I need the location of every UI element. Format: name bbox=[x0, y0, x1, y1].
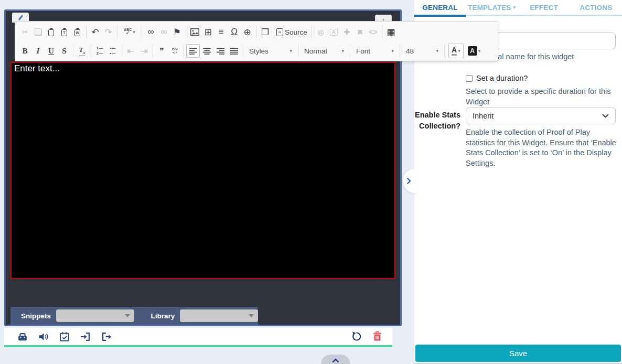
chevron-down-icon bbox=[125, 314, 130, 318]
indent-icon[interactable]: ⇥ bbox=[137, 44, 151, 58]
outdent-icon[interactable]: ⇤ bbox=[124, 44, 137, 58]
collapse-up-handle[interactable] bbox=[321, 355, 350, 364]
horizontal-rule-icon[interactable]: ≡ bbox=[215, 25, 228, 39]
qr-code-icon[interactable]: ▦ bbox=[384, 25, 398, 39]
toolbar-separator bbox=[86, 26, 87, 38]
font-dropdown[interactable]: Font ▾ bbox=[352, 44, 398, 58]
numbered-list-icon[interactable]: 1—2— bbox=[93, 44, 106, 58]
text-canvas[interactable]: Enter text... bbox=[10, 62, 395, 279]
paste-as-text-icon[interactable]: T bbox=[58, 25, 71, 39]
stats-selected-value: Inherit bbox=[473, 112, 494, 120]
italic-icon[interactable]: I bbox=[31, 44, 45, 58]
align-justify-button[interactable] bbox=[227, 44, 241, 58]
align-center-button[interactable] bbox=[200, 44, 213, 58]
chevron-down-icon: ▾ bbox=[133, 29, 135, 35]
toolbar-separator bbox=[122, 45, 122, 57]
find-icon[interactable]: ◎ bbox=[314, 25, 327, 39]
font-size-dropdown[interactable]: 48 ▾ bbox=[402, 44, 442, 58]
iframe-globe-icon[interactable]: ⊕ bbox=[241, 25, 254, 39]
set-duration-label: Set a duration? bbox=[476, 74, 528, 82]
undo-icon[interactable]: ↶ bbox=[89, 25, 102, 39]
stats-collection-label: Enable Stats Collection? bbox=[414, 110, 460, 132]
link-icon[interactable]: ∞ bbox=[144, 25, 157, 39]
align-left-button[interactable] bbox=[186, 44, 200, 58]
text-color-icon: A bbox=[452, 46, 457, 56]
chevron-right-icon bbox=[406, 177, 411, 185]
bold-icon[interactable]: B bbox=[18, 44, 31, 58]
transition-in-button[interactable] bbox=[80, 331, 91, 342]
chevron-up-icon bbox=[332, 358, 339, 363]
set-duration-checkbox[interactable] bbox=[466, 75, 473, 82]
select-all-icon[interactable]: A bbox=[327, 25, 340, 39]
tab-general[interactable]: GENERAL bbox=[414, 0, 466, 15]
underline-icon[interactable]: U bbox=[45, 44, 58, 58]
audio-button[interactable] bbox=[38, 331, 49, 342]
toolbar-separator bbox=[91, 45, 91, 57]
calendar-check-icon bbox=[59, 331, 70, 342]
toolbox-button[interactable] bbox=[17, 331, 28, 342]
div-container-icon[interactable]: DIV </> bbox=[168, 44, 181, 58]
blockquote-icon[interactable]: ❞ bbox=[155, 44, 168, 58]
transition-out-button[interactable] bbox=[101, 331, 112, 342]
library-select[interactable] bbox=[180, 309, 258, 322]
spellcheck-dropdown[interactable]: ABC ✓ ▾ bbox=[120, 25, 140, 39]
save-button[interactable]: Save bbox=[415, 345, 621, 362]
toolbar-separator bbox=[243, 45, 243, 57]
redo-icon[interactable]: ↷ bbox=[102, 25, 115, 39]
toolbar-separator bbox=[444, 45, 445, 57]
paragraph-format-dropdown[interactable]: Normal ▾ bbox=[301, 44, 348, 58]
toolbox-icon bbox=[17, 331, 28, 342]
toolbar-row-1: ✂ ❏ T W ↶ ↷ ABC ✓ ▾ ∞ ∞ ⚑ ⊞ ≡ Ω bbox=[18, 23, 495, 41]
snippets-select[interactable] bbox=[56, 309, 134, 322]
toolbar-separator bbox=[186, 26, 186, 38]
text-color-button[interactable]: A ▾ bbox=[448, 44, 464, 58]
toolbar-separator bbox=[73, 45, 73, 57]
toolbar-separator bbox=[184, 45, 184, 57]
paste-icon[interactable] bbox=[45, 25, 58, 39]
remove-format-icon[interactable]: Tx bbox=[76, 44, 89, 58]
tab-effect[interactable]: EFFECT bbox=[518, 0, 570, 15]
background-color-button[interactable]: A ▾ bbox=[466, 44, 482, 58]
styles-dropdown[interactable]: Styles ▾ bbox=[245, 44, 296, 58]
template-icon[interactable]: ❒ bbox=[259, 25, 272, 39]
background-color-icon: A bbox=[468, 46, 477, 56]
strikethrough-icon[interactable]: S bbox=[58, 44, 71, 58]
snippets-label: Snippets bbox=[21, 312, 51, 320]
source-button[interactable]: ‹› Source bbox=[276, 25, 309, 39]
reject-suggestion-icon[interactable]: ✖ bbox=[353, 25, 367, 39]
image-icon[interactable] bbox=[188, 25, 201, 39]
paste-from-word-icon[interactable]: W bbox=[71, 25, 84, 39]
cut-icon[interactable]: ✂ bbox=[18, 25, 31, 39]
ckeditor-toolbar: ✂ ❏ T W ↶ ↷ ABC ✓ ▾ ∞ ∞ ⚑ ⊞ ≡ Ω bbox=[15, 21, 498, 61]
stats-help-text: Enable the collection of Proof of Play s… bbox=[466, 127, 617, 168]
align-left-icon bbox=[189, 48, 197, 55]
chevron-down-icon: ▾ bbox=[289, 48, 292, 53]
stats-collection-select[interactable]: Inherit bbox=[466, 108, 616, 124]
sign-out-icon bbox=[101, 331, 112, 342]
expiry-button[interactable] bbox=[59, 331, 70, 342]
toolbar-separator bbox=[142, 26, 142, 38]
inline-code-icon[interactable]: <> bbox=[367, 25, 380, 39]
revert-button[interactable] bbox=[350, 331, 362, 342]
toolbar-separator bbox=[350, 45, 350, 57]
pencil-icon bbox=[18, 15, 23, 20]
volume-icon bbox=[38, 331, 49, 342]
accept-suggestion-icon[interactable]: ✚ bbox=[340, 25, 353, 39]
anchor-flag-icon[interactable]: ⚑ bbox=[170, 25, 184, 39]
special-character-icon[interactable]: Ω bbox=[228, 25, 241, 39]
copy-icon[interactable]: ❏ bbox=[31, 25, 45, 39]
delete-widget-button[interactable] bbox=[371, 331, 383, 342]
tab-templates[interactable]: TEMPLATES ▾ bbox=[466, 0, 518, 15]
table-icon[interactable]: ⊞ bbox=[201, 25, 215, 39]
align-center-icon bbox=[203, 48, 211, 55]
toolbar-separator bbox=[400, 45, 400, 57]
toolbar-separator bbox=[274, 26, 274, 38]
chevron-down-icon bbox=[249, 314, 254, 318]
chevron-down-icon: ▾ bbox=[458, 48, 460, 53]
align-right-button[interactable] bbox=[213, 44, 227, 58]
panel-drawer-handle[interactable] bbox=[403, 169, 419, 193]
tab-actions[interactable]: ACTIONS bbox=[570, 0, 622, 15]
bullet-list-icon[interactable]: •—•— bbox=[106, 44, 120, 58]
active-tab-indicator bbox=[414, 15, 466, 17]
unlink-icon[interactable]: ∞ bbox=[157, 25, 170, 39]
